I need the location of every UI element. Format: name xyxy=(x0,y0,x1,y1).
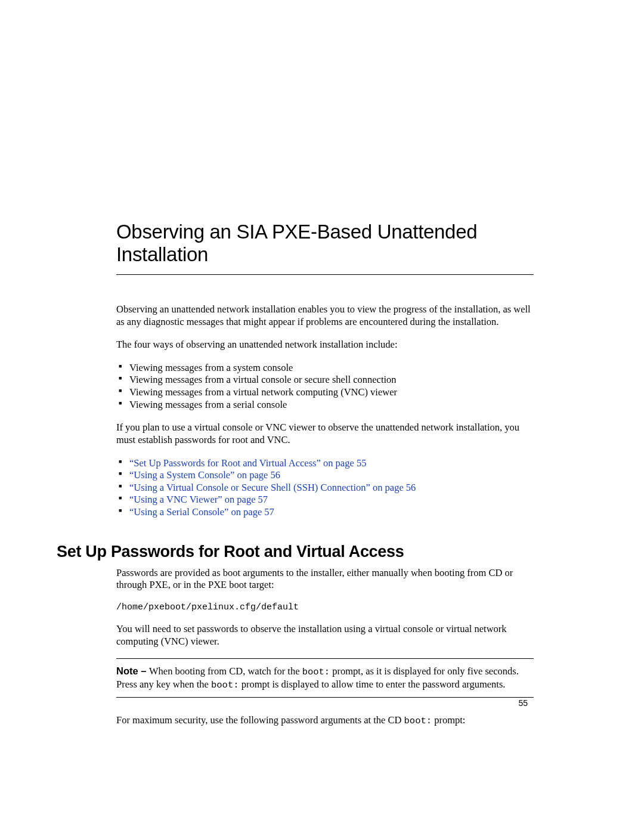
xref-link[interactable]: “Using a System Console” on page 56 xyxy=(129,469,280,481)
list-item: “Using a VNC Viewer” on page 57 xyxy=(129,494,534,506)
page-number: 55 xyxy=(518,698,528,708)
title-rule xyxy=(116,274,534,275)
page-content: Observing an SIA PXE-Based Unattended In… xyxy=(116,221,534,738)
section-paragraph-1: Passwords are provided as boot arguments… xyxy=(116,567,534,592)
text-pre: For maximum security, use the following … xyxy=(116,714,404,726)
text-post: prompt: xyxy=(432,714,465,726)
xref-link[interactable]: “Set Up Passwords for Root and Virtual A… xyxy=(129,457,366,469)
intro-paragraph-2: The four ways of observing an unattended… xyxy=(116,339,534,351)
links-list: “Set Up Passwords for Root and Virtual A… xyxy=(116,457,534,519)
intro-paragraph-1: Observing an unattended network installa… xyxy=(116,304,534,328)
section-heading: Set Up Passwords for Root and Virtual Ac… xyxy=(57,543,534,561)
xref-link[interactable]: “Using a Virtual Console or Secure Shell… xyxy=(129,482,416,493)
inline-code: boot: xyxy=(404,716,432,726)
list-item: Viewing messages from a virtual network … xyxy=(129,386,534,399)
note-box: Note – When booting from CD, watch for t… xyxy=(116,658,534,698)
xref-link[interactable]: “Using a VNC Viewer” on page 57 xyxy=(129,494,268,505)
xref-link[interactable]: “Using a Serial Console” on page 57 xyxy=(129,506,274,518)
note-label: Note – xyxy=(116,665,149,676)
note-text-post: prompt is displayed to allow time to ent… xyxy=(239,679,506,690)
section-paragraph-3: For maximum security, use the following … xyxy=(116,714,534,727)
list-item: Viewing messages from a serial console xyxy=(129,399,534,411)
intro-paragraph-3: If you plan to use a virtual console or … xyxy=(116,422,534,446)
page-title: Observing an SIA PXE-Based Unattended In… xyxy=(116,221,534,266)
section-paragraph-2: You will need to set passwords to observ… xyxy=(116,623,534,648)
note-code: boot: xyxy=(211,680,239,690)
list-item: Viewing messages from a system console xyxy=(129,362,534,374)
code-path: /home/pxeboot/pxelinux.cfg/default xyxy=(116,602,534,612)
list-item: “Set Up Passwords for Root and Virtual A… xyxy=(129,457,534,470)
list-item: Viewing messages from a virtual console … xyxy=(129,374,534,386)
note-code: boot: xyxy=(302,667,330,677)
list-item: “Using a Virtual Console or Secure Shell… xyxy=(129,482,534,494)
list-item: “Using a System Console” on page 56 xyxy=(129,469,534,482)
ways-list: Viewing messages from a system console V… xyxy=(116,362,534,411)
note-text-pre: When booting from CD, watch for the xyxy=(149,665,302,677)
list-item: “Using a Serial Console” on page 57 xyxy=(129,506,534,519)
